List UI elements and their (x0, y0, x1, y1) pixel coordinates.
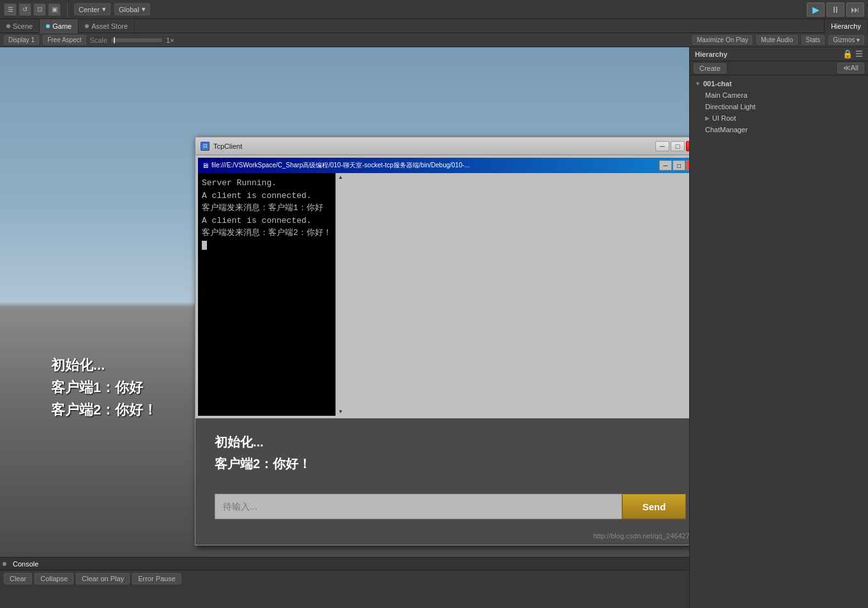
console-line-2: A client is connected. (202, 190, 331, 202)
console-dot (3, 562, 6, 566)
send-button[interactable]: Send (622, 494, 686, 519)
hierarchy-header: Hierarchy 🔒 ☰ (690, 47, 868, 61)
tcp-maximize-button[interactable]: □ (671, 141, 685, 151)
left-panel: 初始化... 客户端1：你好 客户端2：你好！ ⊡ TcpClient ─ □ … (0, 47, 689, 608)
main-camera-label: Main Camera (705, 91, 747, 99)
error-pause-button[interactable]: Error Pause (132, 573, 181, 584)
stats-btn[interactable]: Stats (802, 35, 825, 45)
game-toolbar: Display 1 Free Aspect Scale 1× Maximize … (0, 33, 868, 47)
maximize-btn[interactable]: Maximize On Play (692, 35, 753, 45)
display-dropdown[interactable]: Display 1 (4, 35, 39, 45)
tab-game[interactable]: Game (40, 19, 79, 33)
inner-console-wrapper: 🖥 file:///E:/VSWorkSpace/C_Sharp高级编程/010… (195, 155, 689, 418)
mute-btn[interactable]: Mute Audio (756, 35, 797, 45)
hierarchy-scene-root[interactable]: ▼ 001-chat (690, 78, 868, 89)
inner-window-buttons: ─ □ ✕ (659, 160, 689, 171)
chat-game-text: 初始化... 客户端2：你好！ (215, 431, 686, 475)
hierarchy-item-main-camera[interactable]: Main Camera (690, 89, 868, 101)
console-line-5: 客户端发来消息：客户端2：你好！ (202, 227, 331, 239)
tcp-close-button[interactable]: ✕ (686, 141, 689, 151)
step-button[interactable]: ⏭ (846, 3, 864, 17)
main-layout: 初始化... 客户端1：你好 客户端2：你好！ ⊡ TcpClient ─ □ … (0, 47, 868, 608)
tcp-minimize-button[interactable]: ─ (655, 141, 669, 151)
console-scrollbar[interactable]: ▲ ▼ (335, 173, 346, 416)
scene-arrow: ▼ (695, 80, 701, 87)
hierarchy-item-ui-root[interactable]: ▶ UI Root (690, 112, 868, 124)
collapse-button[interactable]: Collapse (34, 573, 73, 584)
store-dot (85, 24, 89, 28)
tab-asset-store[interactable]: Asset Store (79, 19, 135, 33)
tab-asset-store-label: Asset Store (91, 22, 128, 30)
gizmos-btn[interactable]: Gizmos ▾ (828, 35, 864, 45)
tcp-titlebar: ⊡ TcpClient ─ □ ✕ (195, 137, 689, 155)
chat-manager-label: ChatManager (705, 126, 748, 133)
inner-minimize-button[interactable]: ─ (659, 160, 672, 171)
tab-scene-label: Scene (13, 22, 33, 30)
console-line-1: Server Running. (202, 177, 331, 190)
hierarchy-header-icons: 🔒 ☰ (842, 49, 863, 59)
game-dot (46, 24, 50, 28)
scene-name: 001-chat (703, 80, 732, 87)
console-cursor (202, 241, 207, 250)
tcp-window-buttons: ─ □ ✕ (655, 141, 689, 151)
space-label: Global (119, 6, 139, 13)
scroll-up-button[interactable]: ▲ (338, 174, 343, 180)
menu-icon[interactable]: ☰ (4, 3, 17, 16)
scene-dot (6, 24, 10, 28)
hierarchy-item-directional-light[interactable]: Directional Light (690, 101, 868, 112)
hierarchy-item-chat-manager[interactable]: ChatManager (690, 124, 868, 135)
hierarchy-lock-icon[interactable]: 🔒 (842, 49, 853, 59)
game-options: Maximize On Play Mute Audio Stats Gizmos… (692, 35, 864, 45)
chat-input-field[interactable] (215, 494, 622, 519)
directional-light-label: Directional Light (705, 103, 756, 110)
tcp-app-icon: ⊡ (201, 142, 209, 151)
refresh-icon[interactable]: ↺ (19, 3, 31, 16)
game-ui-overlay: 初始化... 客户端1：你好 客户端2：你好！ (51, 354, 157, 422)
tcp-window-title: TcpClient (213, 142, 242, 150)
hierarchy-toolbar: Create ≪All (690, 61, 868, 75)
console-line-4: A client is connected. (202, 215, 331, 227)
tab-game-label: Game (52, 22, 72, 30)
tab-hierarchy-label: Hierarchy (831, 22, 861, 30)
console-buttons: Clear Collapse Clear on Play Error Pause (0, 570, 689, 587)
console-tab-row: Console (0, 558, 689, 570)
pause-button[interactable]: ⏸ (826, 3, 844, 17)
space-dropdown[interactable]: Global ▾ (114, 3, 150, 15)
playbar: ▶ ⏸ ⏭ (807, 3, 864, 17)
inner-title-icon: 🖥 (202, 162, 209, 169)
console-panel: Console Clear Collapse Clear on Play Err… (0, 557, 689, 608)
game-line2: 客户端1：你好 (51, 376, 157, 399)
rect-icon[interactable]: ▣ (48, 3, 61, 16)
console-cursor-line (202, 239, 331, 252)
clear-on-play-button[interactable]: Clear on Play (76, 573, 130, 584)
grid-icon[interactable]: ⊡ (33, 3, 46, 16)
hierarchy-title: Hierarchy (695, 50, 727, 58)
inner-titlebar: 🖥 file:///E:/VSWorkSpace/C_Sharp高级编程/010… (198, 158, 689, 173)
scroll-down-button[interactable]: ▼ (338, 409, 343, 414)
watermark: http://blog.csdn.net/qq_24642743 (593, 532, 689, 540)
scale-slider[interactable] (111, 38, 162, 42)
inner-maximize-button[interactable]: □ (673, 160, 685, 171)
aspect-dropdown[interactable]: Free Aspect (43, 35, 86, 45)
tab-hierarchy[interactable]: Hierarchy (825, 19, 868, 33)
clear-button[interactable]: Clear (4, 573, 32, 584)
tab-bar: Scene Game Asset Store Hierarchy (0, 19, 868, 33)
all-button[interactable]: ≪All (837, 63, 864, 73)
pivot-dropdown[interactable]: Center ▾ (74, 3, 110, 15)
hierarchy-tree: ▼ 001-chat Main Camera Directional Light… (690, 75, 868, 138)
chat-line1: 初始化... (215, 431, 686, 453)
inner-title-text: file:///E:/VSWorkSpace/C_Sharp高级编程/010-聊… (211, 161, 469, 170)
pivot-label: Center (79, 6, 100, 13)
hierarchy-menu-icon[interactable]: ☰ (855, 49, 863, 59)
tab-scene[interactable]: Scene (0, 19, 40, 33)
play-button[interactable]: ▶ (807, 3, 825, 17)
console-body: Server Running. A client is connected. 客… (198, 173, 689, 416)
scale-label: Scale (90, 36, 108, 44)
separator-1 (67, 3, 68, 17)
scale-value: 1× (166, 36, 174, 44)
chat-line2: 客户端2：你好！ (215, 453, 686, 475)
console-output: Server Running. A client is connected. 客… (198, 173, 335, 416)
console-tab[interactable]: Console (9, 558, 42, 570)
create-button[interactable]: Create (694, 63, 726, 73)
inner-close-button[interactable]: ✕ (686, 160, 689, 171)
